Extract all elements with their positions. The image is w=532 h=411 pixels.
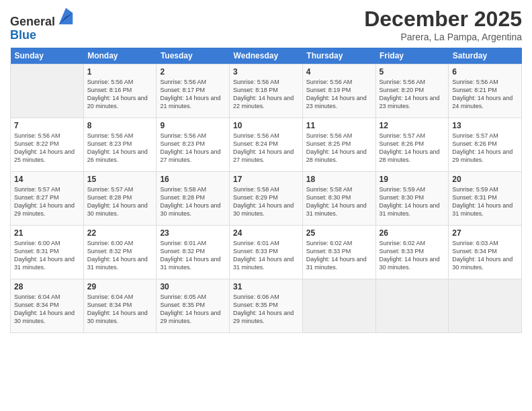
calendar-cell: 14Sunrise: 5:57 AMSunset: 8:27 PMDayligh… (11, 172, 84, 226)
day-number: 7 (14, 121, 80, 130)
calendar-cell (302, 279, 375, 333)
calendar-cell: 19Sunrise: 5:59 AMSunset: 8:30 PMDayligh… (375, 172, 449, 226)
day-number: 6 (452, 67, 518, 77)
calendar-cell: 31Sunrise: 6:06 AMSunset: 8:35 PMDayligh… (230, 279, 303, 333)
calendar-table: Sunday Monday Tuesday Wednesday Thursday… (10, 48, 522, 333)
day-info: Sunrise: 6:05 AMSunset: 8:35 PMDaylight:… (160, 293, 226, 326)
page-container: General Blue December 2025 Parera, La Pa… (0, 0, 532, 340)
calendar-cell: 28Sunrise: 6:04 AMSunset: 8:34 PMDayligh… (11, 279, 84, 333)
day-number: 25 (306, 228, 372, 238)
day-info: Sunrise: 5:56 AMSunset: 8:23 PMDaylight:… (87, 132, 153, 165)
calendar-cell: 30Sunrise: 6:05 AMSunset: 8:35 PMDayligh… (157, 279, 230, 333)
day-number: 9 (160, 121, 226, 130)
day-info: Sunrise: 5:59 AMSunset: 8:30 PMDaylight:… (380, 185, 445, 218)
day-number: 20 (452, 175, 518, 184)
col-saturday: Saturday (449, 48, 522, 64)
calendar-cell: 13Sunrise: 5:57 AMSunset: 8:26 PMDayligh… (449, 118, 522, 172)
title-block: December 2025 Parera, La Pampa, Argentin… (364, 7, 522, 42)
calendar-week-1: 1Sunrise: 5:56 AMSunset: 8:16 PMDaylight… (11, 64, 522, 118)
day-number: 14 (14, 175, 80, 184)
day-number: 15 (87, 175, 153, 184)
day-info: Sunrise: 5:56 AMSunset: 8:24 PMDaylight:… (233, 132, 299, 165)
day-info: Sunrise: 5:56 AMSunset: 8:19 PMDaylight:… (306, 78, 372, 111)
calendar-cell: 26Sunrise: 6:02 AMSunset: 8:33 PMDayligh… (375, 226, 449, 279)
calendar-cell: 9Sunrise: 5:56 AMSunset: 8:23 PMDaylight… (157, 118, 230, 172)
day-info: Sunrise: 5:56 AMSunset: 8:18 PMDaylight:… (233, 78, 299, 111)
day-info: Sunrise: 5:56 AMSunset: 8:23 PMDaylight:… (160, 132, 226, 165)
day-number: 29 (87, 282, 153, 291)
calendar-cell (449, 279, 522, 333)
logo-general-text: General (10, 15, 55, 28)
day-number: 4 (306, 67, 372, 77)
calendar-cell: 1Sunrise: 5:56 AMSunset: 8:16 PMDaylight… (83, 64, 157, 118)
calendar-cell (11, 64, 84, 118)
day-info: Sunrise: 5:57 AMSunset: 8:26 PMDaylight:… (380, 132, 445, 165)
calendar-cell: 11Sunrise: 5:56 AMSunset: 8:25 PMDayligh… (302, 118, 375, 172)
calendar-cell: 25Sunrise: 6:02 AMSunset: 8:33 PMDayligh… (302, 226, 375, 279)
day-info: Sunrise: 6:02 AMSunset: 8:33 PMDaylight:… (380, 239, 445, 272)
day-number: 16 (160, 175, 226, 184)
day-info: Sunrise: 5:56 AMSunset: 8:21 PMDaylight:… (452, 78, 518, 111)
location-text: Parera, La Pampa, Argentina (364, 32, 522, 42)
day-number: 31 (233, 282, 299, 291)
calendar-cell: 6Sunrise: 5:56 AMSunset: 8:21 PMDaylight… (449, 64, 522, 118)
calendar-cell: 29Sunrise: 6:04 AMSunset: 8:34 PMDayligh… (83, 279, 157, 333)
logo: General Blue (10, 7, 75, 42)
calendar-cell: 15Sunrise: 5:57 AMSunset: 8:28 PMDayligh… (83, 172, 157, 226)
day-number: 10 (233, 121, 299, 130)
calendar-cell: 2Sunrise: 5:56 AMSunset: 8:17 PMDaylight… (157, 64, 230, 118)
calendar-cell: 24Sunrise: 6:01 AMSunset: 8:33 PMDayligh… (230, 226, 303, 279)
day-number: 28 (14, 282, 80, 291)
calendar-cell: 22Sunrise: 6:00 AMSunset: 8:32 PMDayligh… (83, 226, 157, 279)
svg-marker-0 (59, 8, 73, 24)
day-info: Sunrise: 6:00 AMSunset: 8:32 PMDaylight:… (87, 239, 153, 272)
day-info: Sunrise: 5:57 AMSunset: 8:28 PMDaylight:… (87, 185, 153, 218)
col-sunday: Sunday (11, 48, 84, 64)
calendar-cell: 8Sunrise: 5:56 AMSunset: 8:23 PMDaylight… (83, 118, 157, 172)
day-info: Sunrise: 6:06 AMSunset: 8:35 PMDaylight:… (233, 293, 299, 326)
day-number: 19 (380, 175, 445, 184)
day-number: 11 (306, 121, 372, 130)
day-info: Sunrise: 5:56 AMSunset: 8:17 PMDaylight:… (160, 78, 226, 111)
calendar-cell: 23Sunrise: 6:01 AMSunset: 8:32 PMDayligh… (157, 226, 230, 279)
day-number: 24 (233, 228, 299, 238)
calendar-week-4: 21Sunrise: 6:00 AMSunset: 8:31 PMDayligh… (11, 226, 522, 279)
day-info: Sunrise: 5:56 AMSunset: 8:22 PMDaylight:… (14, 132, 80, 165)
col-thursday: Thursday (302, 48, 375, 64)
day-number: 5 (380, 67, 445, 77)
day-info: Sunrise: 6:01 AMSunset: 8:32 PMDaylight:… (160, 239, 226, 272)
day-info: Sunrise: 6:04 AMSunset: 8:34 PMDaylight:… (14, 293, 80, 326)
calendar-week-2: 7Sunrise: 5:56 AMSunset: 8:22 PMDaylight… (11, 118, 522, 172)
day-info: Sunrise: 6:00 AMSunset: 8:31 PMDaylight:… (14, 239, 80, 272)
col-wednesday: Wednesday (230, 48, 303, 64)
day-number: 30 (160, 282, 226, 291)
calendar-cell: 10Sunrise: 5:56 AMSunset: 8:24 PMDayligh… (230, 118, 303, 172)
day-info: Sunrise: 6:04 AMSunset: 8:34 PMDaylight:… (87, 293, 153, 326)
day-number: 8 (87, 121, 153, 130)
day-number: 18 (306, 175, 372, 184)
calendar-cell: 16Sunrise: 5:58 AMSunset: 8:28 PMDayligh… (157, 172, 230, 226)
col-friday: Friday (375, 48, 449, 64)
day-number: 17 (233, 175, 299, 184)
day-info: Sunrise: 6:01 AMSunset: 8:33 PMDaylight:… (233, 239, 299, 272)
day-info: Sunrise: 5:58 AMSunset: 8:28 PMDaylight:… (160, 185, 226, 218)
day-number: 22 (87, 228, 153, 238)
day-info: Sunrise: 5:57 AMSunset: 8:26 PMDaylight:… (452, 132, 518, 165)
day-number: 23 (160, 228, 226, 238)
header-row: Sunday Monday Tuesday Wednesday Thursday… (11, 48, 522, 64)
calendar-cell: 4Sunrise: 5:56 AMSunset: 8:19 PMDaylight… (302, 64, 375, 118)
month-title: December 2025 (364, 7, 522, 32)
col-monday: Monday (83, 48, 157, 64)
calendar-week-5: 28Sunrise: 6:04 AMSunset: 8:34 PMDayligh… (11, 279, 522, 333)
calendar-cell: 20Sunrise: 5:59 AMSunset: 8:31 PMDayligh… (449, 172, 522, 226)
day-info: Sunrise: 5:57 AMSunset: 8:27 PMDaylight:… (14, 185, 80, 218)
day-number: 2 (160, 67, 226, 77)
logo-icon (56, 7, 75, 26)
day-info: Sunrise: 5:56 AMSunset: 8:16 PMDaylight:… (87, 78, 153, 111)
calendar-cell: 17Sunrise: 5:58 AMSunset: 8:29 PMDayligh… (230, 172, 303, 226)
logo-blue-text: Blue (10, 28, 36, 42)
calendar-cell: 27Sunrise: 6:03 AMSunset: 8:34 PMDayligh… (449, 226, 522, 279)
calendar-cell: 3Sunrise: 5:56 AMSunset: 8:18 PMDaylight… (230, 64, 303, 118)
day-number: 26 (380, 228, 445, 238)
day-number: 12 (380, 121, 445, 130)
